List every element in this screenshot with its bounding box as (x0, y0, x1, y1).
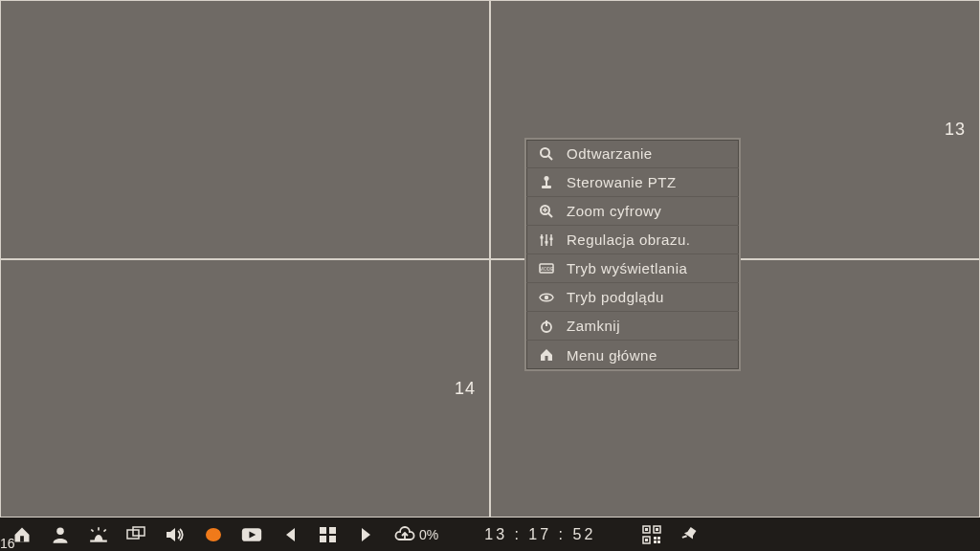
menu-label: Sterowanie PTZ (567, 174, 677, 190)
svg-line-25 (91, 529, 93, 531)
svg-rect-4 (542, 186, 551, 188)
camera-label: 14 (455, 378, 476, 398)
eye-icon (538, 289, 555, 306)
power-icon (538, 318, 555, 335)
svg-rect-39 (656, 528, 658, 531)
svg-rect-12 (541, 236, 544, 239)
svg-rect-37 (645, 528, 648, 531)
svg-rect-14 (550, 237, 553, 240)
svg-rect-33 (329, 527, 336, 534)
camera-label: 13 (945, 120, 966, 140)
joystick-icon (538, 174, 555, 191)
svg-rect-32 (320, 527, 326, 534)
svg-line-1 (548, 156, 552, 160)
menu-item-image-adjust[interactable]: Regulacja obrazu. (526, 226, 739, 254)
menu-item-display-mode[interactable]: MODE Tryb wyświetlania (526, 254, 739, 283)
menu-item-close[interactable]: Zamknij (526, 312, 739, 341)
search-icon (538, 145, 555, 163)
camera-cell[interactable]: 14 (0, 259, 490, 518)
menu-label: Zamknij (567, 318, 620, 334)
menu-label: Zoom cyfrowy (567, 203, 661, 219)
sliders-icon (538, 231, 555, 249)
menu-item-preview-mode[interactable]: Tryb podglądu (526, 283, 739, 312)
camera-cell[interactable] (0, 0, 490, 259)
svg-point-0 (541, 148, 549, 157)
home-icon (538, 346, 555, 364)
svg-point-22 (56, 527, 64, 535)
zoom-in-icon (538, 203, 555, 220)
svg-text:MODE: MODE (540, 266, 555, 272)
menu-label: Tryb wyświetlania (567, 260, 687, 276)
menu-item-playback[interactable]: Odtwarzanie (526, 140, 739, 168)
menu-label: Odtwarzanie (567, 145, 653, 162)
channel-label-br: 16 (0, 536, 980, 551)
display-mode-icon: MODE (538, 260, 555, 277)
camera-grid: 13 14 (0, 0, 980, 518)
svg-line-6 (548, 213, 552, 217)
svg-point-17 (545, 295, 548, 298)
menu-label: Menu główne (567, 347, 657, 364)
context-menu: Odtwarzanie Sterowanie PTZ Zoom cyfrowy … (524, 138, 741, 371)
menu-label: Tryb podglądu (567, 289, 664, 305)
menu-item-zoom[interactable]: Zoom cyfrowy (526, 197, 739, 226)
menu-item-ptz[interactable]: Sterowanie PTZ (526, 168, 739, 197)
svg-rect-13 (546, 241, 548, 244)
svg-line-26 (104, 529, 106, 531)
svg-rect-3 (546, 180, 547, 186)
svg-rect-20 (546, 356, 548, 361)
menu-label: Regulacja obrazu. (567, 231, 690, 248)
menu-item-main-menu[interactable]: Menu główne (526, 341, 739, 369)
